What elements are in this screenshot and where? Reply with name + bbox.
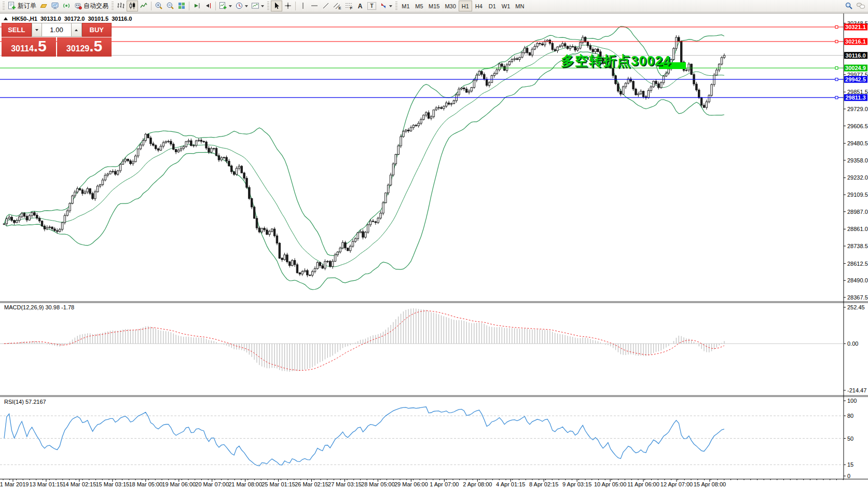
- toolbar-separator: [189, 2, 189, 10]
- new-order-label: 新订单: [18, 2, 36, 10]
- tile-windows-icon: [177, 2, 186, 11]
- arrows-tool-button[interactable]: [378, 1, 394, 11]
- zoom-out-icon: [166, 2, 174, 11]
- chat-icon: [856, 2, 865, 11]
- volume-input[interactable]: [42, 23, 71, 37]
- fibonacci-tool-button[interactable]: F: [343, 1, 354, 11]
- svg-text:RSI(14) 57.2167: RSI(14) 57.2167: [4, 399, 46, 405]
- spin-up-icon: [75, 29, 78, 31]
- market-watch-button[interactable]: [38, 1, 49, 11]
- svg-text:29606.5: 29606.5: [847, 123, 868, 129]
- timeframe-d1-button[interactable]: D1: [486, 1, 499, 11]
- tile-windows-button[interactable]: [176, 1, 187, 11]
- channel-letter: E: [338, 6, 341, 10]
- new-order-icon: [8, 2, 16, 11]
- panel-collapse-icon[interactable]: [4, 17, 8, 20]
- spin-down-icon: [35, 29, 38, 31]
- crosshair-tool-button[interactable]: [282, 1, 294, 11]
- trendline-tool-button[interactable]: [320, 1, 332, 11]
- svg-text:9 Apr 03:15: 9 Apr 03:15: [562, 481, 591, 487]
- svg-text:13 Mar 01:15: 13 Mar 01:15: [30, 481, 63, 487]
- svg-text:8 Apr 02:15: 8 Apr 02:15: [529, 481, 558, 487]
- sell-price[interactable]: 30114.5: [2, 37, 56, 57]
- svg-text:50: 50: [847, 435, 853, 442]
- timeframe-h1-button[interactable]: H1: [459, 1, 472, 11]
- svg-text:0.00: 0.00: [847, 341, 858, 347]
- chart-shift-button[interactable]: [202, 1, 214, 11]
- chart-window[interactable]: 30348.529977.529851.529729.029606.529480…: [0, 0, 868, 490]
- candlestick-chart-button[interactable]: [127, 1, 138, 11]
- timeframe-mn-button[interactable]: MN: [513, 1, 527, 11]
- svg-text:28612.5: 28612.5: [847, 261, 868, 267]
- volume-decrease-button[interactable]: [32, 23, 43, 37]
- periods-button[interactable]: [233, 1, 250, 11]
- channel-tool-button[interactable]: E: [332, 1, 343, 11]
- mt4-window: 新订单 自动交易: [0, 0, 868, 490]
- autotrading-button[interactable]: 自动交易: [72, 1, 110, 11]
- timeframe-m15-button[interactable]: M15: [426, 1, 442, 11]
- new-order-button[interactable]: 新订单: [6, 1, 38, 11]
- templates-button[interactable]: [250, 1, 266, 11]
- dropdown-caret: [229, 5, 232, 7]
- template-icon: [251, 2, 259, 11]
- text-label-tool-button[interactable]: T: [366, 1, 378, 11]
- volume-increase-button[interactable]: [71, 23, 82, 37]
- pivot-annotation-text[interactable]: 多空转折点30024: [561, 52, 671, 70]
- timeframe-m5-button[interactable]: M5: [412, 1, 426, 11]
- cursor-tool-button[interactable]: [271, 1, 282, 11]
- horizontal-line-tool-button[interactable]: [309, 1, 320, 11]
- zoom-out-button[interactable]: [164, 1, 176, 11]
- timeframe-group: M1M5M15M30H1H4D1W1MN: [399, 1, 527, 11]
- arrows-icon: [379, 2, 388, 11]
- timeframe-w1-button[interactable]: W1: [499, 1, 513, 11]
- buy-button[interactable]: BUY: [82, 23, 112, 37]
- svg-text:-214.47: -214.47: [847, 387, 866, 393]
- search-button[interactable]: [843, 1, 855, 11]
- svg-text:30116.0: 30116.0: [845, 52, 865, 59]
- svg-text:80: 80: [847, 413, 853, 419]
- timeframe-h4-button[interactable]: H4: [472, 1, 486, 11]
- svg-text:18 Mar 05:00: 18 Mar 05:00: [129, 481, 162, 487]
- sell-button[interactable]: SELL: [2, 23, 32, 37]
- text-label-icon: T: [367, 2, 376, 10]
- toolbar-separator: [151, 2, 151, 10]
- chart-canvas[interactable]: 30348.529977.529851.529729.029606.529480…: [0, 0, 868, 490]
- signal-icon: [62, 2, 71, 11]
- signals-button[interactable]: [61, 1, 72, 11]
- timeframe-m30-button[interactable]: M30: [442, 1, 458, 11]
- timeframe-m1-button[interactable]: M1: [399, 1, 412, 11]
- svg-text:12 Apr 07:00: 12 Apr 07:00: [660, 481, 693, 487]
- ohlc-open: 30131.0: [40, 16, 61, 22]
- svg-text:20 Mar 07:00: 20 Mar 07:00: [195, 481, 229, 487]
- text-tool-button[interactable]: A: [354, 1, 366, 11]
- svg-text:15 Mar 03:15: 15 Mar 03:15: [95, 481, 129, 487]
- ohlc-readout: HK50-,H1 30131.0 30172.0 30101.5 30116.0: [4, 16, 132, 22]
- zoom-in-button[interactable]: [153, 1, 164, 11]
- toolbar: 新订单 自动交易: [0, 0, 868, 12]
- svg-text:252.45: 252.45: [847, 304, 865, 310]
- svg-text:15: 15: [847, 461, 853, 468]
- indicators-button[interactable]: [217, 1, 233, 11]
- buy-price[interactable]: 30129.5: [57, 37, 112, 57]
- vertical-line-icon: [299, 2, 307, 11]
- svg-text:28861.0: 28861.0: [847, 226, 868, 232]
- zoom-in-icon: [155, 2, 163, 11]
- auto-scroll-button[interactable]: [191, 1, 202, 11]
- crosshair-icon: [284, 2, 292, 11]
- svg-text:30321.1: 30321.1: [845, 24, 866, 30]
- line-chart-button[interactable]: [138, 1, 149, 11]
- toolbar-separator: [215, 2, 216, 10]
- monitor-icon: [51, 2, 59, 11]
- vertical-line-tool-button[interactable]: [297, 1, 309, 11]
- svg-text:29 Mar 06:00: 29 Mar 06:00: [394, 481, 428, 487]
- svg-text:30024.9: 30024.9: [845, 65, 866, 71]
- search-icon: [845, 2, 853, 11]
- svg-text:14 Mar 02:15: 14 Mar 02:15: [62, 481, 96, 487]
- toolbar-grip: [3, 2, 5, 10]
- bar-chart-button[interactable]: [115, 1, 127, 11]
- trendline-icon: [322, 2, 330, 11]
- svg-text:19 Mar 06:00: 19 Mar 06:00: [162, 481, 196, 487]
- metaeditor-button[interactable]: [49, 1, 61, 11]
- chat-button[interactable]: [855, 1, 867, 11]
- svg-text:25 Mar 01:15: 25 Mar 01:15: [261, 481, 295, 487]
